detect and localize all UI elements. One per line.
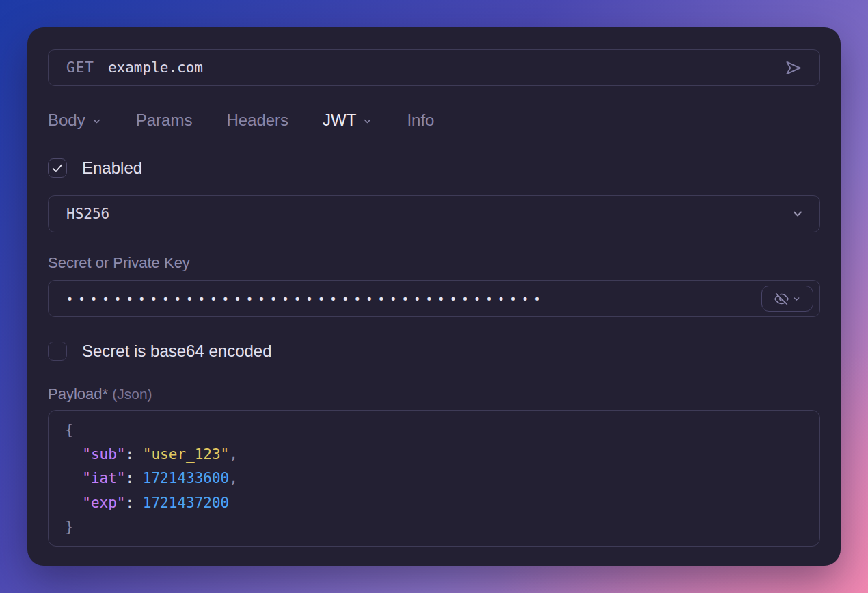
request-panel: GET example.com Body Params Headers JWT — [27, 27, 841, 566]
payload-label: Payload* (Json) — [48, 385, 820, 403]
masked-secret-value: •••••••••••••••••••••••••••••••••••••••• — [66, 291, 545, 306]
payload-label-text: Payload* — [48, 385, 108, 402]
tab-jwt-label: JWT — [323, 111, 356, 130]
url-value: example.com — [108, 59, 768, 76]
request-tabs: Body Params Headers JWT Info — [48, 109, 820, 131]
tab-headers[interactable]: Headers — [226, 111, 288, 130]
tab-info-label: Info — [407, 111, 434, 130]
tab-headers-label: Headers — [226, 111, 288, 130]
base64-checkbox[interactable] — [48, 342, 67, 361]
secret-key-input[interactable]: •••••••••••••••••••••••••••••••••••••••• — [48, 280, 820, 317]
http-method-label: GET — [66, 59, 94, 76]
algorithm-value: HS256 — [66, 206, 791, 222]
chevron-down-icon — [92, 114, 102, 126]
url-input[interactable]: GET example.com — [48, 49, 820, 86]
payload-code[interactable]: { "sub": "user_123", "iat": 1721433600, … — [48, 410, 820, 547]
send-request-button[interactable] — [781, 56, 804, 79]
jwt-enabled-label: Enabled — [82, 158, 142, 178]
tab-body[interactable]: Body — [48, 111, 102, 130]
chevron-down-icon — [791, 207, 804, 221]
tab-info[interactable]: Info — [407, 111, 434, 130]
tab-params-label: Params — [136, 111, 193, 130]
jwt-enabled-checkbox[interactable] — [48, 158, 67, 178]
toggle-secret-visibility-button[interactable] — [761, 286, 813, 312]
tab-params[interactable]: Params — [136, 111, 193, 130]
tab-body-label: Body — [48, 111, 85, 130]
jwt-enabled-row[interactable]: Enabled — [48, 158, 820, 178]
chevron-down-icon — [792, 294, 801, 303]
eye-off-icon — [774, 292, 789, 306]
chevron-down-icon — [362, 114, 372, 126]
payload-format-hint: (Json) — [112, 386, 152, 402]
tab-jwt[interactable]: JWT — [323, 111, 372, 130]
base64-row[interactable]: Secret is base64 encoded — [48, 342, 820, 361]
paper-plane-icon — [784, 59, 802, 77]
algorithm-select[interactable]: HS256 — [48, 195, 820, 232]
base64-label: Secret is base64 encoded — [82, 342, 272, 361]
secret-key-label: Secret or Private Key — [48, 254, 820, 272]
